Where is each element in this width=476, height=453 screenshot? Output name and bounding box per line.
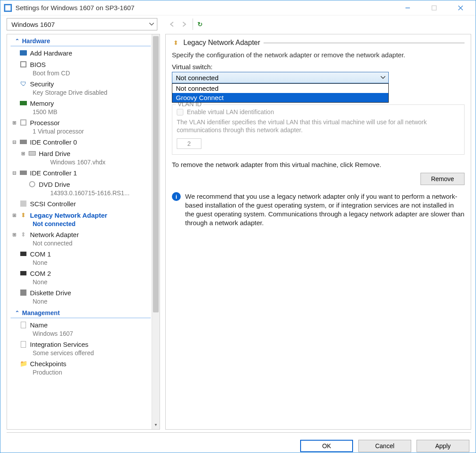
- sidebar-item-com2[interactable]: COM 2 None: [7, 267, 160, 287]
- sidebar-item-scsi[interactable]: SCSI Controller: [7, 198, 160, 209]
- collapse-icon: ⌃: [15, 38, 19, 44]
- collapse-icon[interactable]: ⊟: [11, 170, 17, 176]
- sidebar-item-memory[interactable]: Memory 1500 MB: [7, 97, 160, 117]
- vm-selector-dropdown[interactable]: Windows 1607: [7, 18, 157, 30]
- memory-icon: [20, 101, 27, 105]
- reload-button[interactable]: ↻: [193, 19, 204, 30]
- vlan-id-input[interactable]: 2: [177, 138, 201, 149]
- main-panel: ⬍ Legacy Network Adapter Specify the con…: [165, 34, 471, 430]
- sidebar-item-ide0[interactable]: ⊟IDE Controller 0: [7, 136, 160, 148]
- svg-rect-1: [432, 6, 436, 10]
- virtual-switch-dropdown-list: Not connected Groovy Connect: [172, 83, 389, 103]
- remove-button[interactable]: Remove: [420, 173, 465, 185]
- network-adapter-icon: ⬍: [19, 211, 27, 219]
- shield-icon: 🛡: [19, 80, 27, 88]
- chevron-down-icon: [380, 76, 386, 79]
- network-adapter-icon: ⬍: [19, 230, 27, 238]
- info-icon: i: [172, 192, 181, 201]
- sidebar-section-hardware[interactable]: ⌃ Hardware: [11, 36, 151, 46]
- scroll-down-icon[interactable]: ▾: [152, 422, 160, 429]
- virtual-switch-label: Virtual switch:: [172, 63, 465, 71]
- cancel-button[interactable]: Cancel: [358, 440, 411, 452]
- controller-icon: [20, 140, 27, 144]
- expand-icon[interactable]: ⊞: [11, 120, 17, 126]
- sidebar-item-diskette[interactable]: Diskette Drive None: [7, 287, 160, 306]
- diskette-icon: [20, 290, 26, 296]
- nav-back-button[interactable]: [166, 19, 178, 30]
- sidebar-item-processor[interactable]: ⊞Processor 1 Virtual processor: [7, 117, 160, 136]
- monitor-icon: [20, 50, 27, 56]
- sidebar-scrollbar[interactable]: ▴ ▾: [152, 34, 160, 429]
- collapse-icon: ⌃: [15, 310, 19, 316]
- sidebar-item-hard-drive[interactable]: ⊞Hard Drive Windows 1607.vhdx: [7, 148, 160, 167]
- vlan-group: Enable virtual LAN identification The VL…: [172, 104, 465, 155]
- collapse-icon[interactable]: ⊟: [11, 139, 17, 145]
- window-title: Settings for Windows 1607 on SP3-1607: [15, 4, 134, 11]
- document-icon: [21, 322, 26, 328]
- sidebar-item-com1[interactable]: COM 1 None: [7, 248, 160, 267]
- controller-icon: [20, 171, 27, 175]
- panel-heading: Legacy Network Adapter: [183, 39, 260, 47]
- minimize-button[interactable]: [394, 0, 421, 15]
- sidebar-item-security[interactable]: 🛡Security Key Storage Drive disabled: [7, 78, 160, 97]
- scsi-icon: [20, 201, 26, 207]
- maximize-button[interactable]: [421, 0, 447, 15]
- dialog-footer: OK Cancel Apply: [7, 432, 471, 453]
- sidebar-item-integration-services[interactable]: Integration Services Some services offer…: [7, 338, 160, 358]
- virtual-switch-value: Not connected: [176, 74, 219, 82]
- apply-button[interactable]: Apply: [416, 440, 469, 452]
- virtual-switch-dropdown[interactable]: Not connected: [172, 72, 389, 83]
- sidebar-section-management[interactable]: ⌃ Management: [11, 308, 151, 318]
- expand-icon[interactable]: ⊞: [20, 151, 26, 156]
- cpu-icon: [20, 119, 26, 126]
- info-text: We recommend that you use a legacy netwo…: [185, 192, 465, 227]
- checkpoint-icon: 📁: [19, 360, 27, 368]
- dvd-icon: [29, 181, 35, 187]
- vm-selector-value: Windows 1607: [11, 21, 55, 28]
- network-adapter-icon: ⬍: [172, 39, 180, 47]
- sidebar-item-ide1[interactable]: ⊟IDE Controller 1: [7, 167, 160, 178]
- nav-forward-button[interactable]: [178, 19, 190, 30]
- dropdown-option-groovy-connect[interactable]: Groovy Connect: [172, 93, 388, 102]
- document-icon: [21, 341, 26, 348]
- sidebar: ⌃ Hardware Add Hardware BIOS Boot from C…: [7, 34, 160, 430]
- sidebar-item-network-adapter[interactable]: ⊞⬍Network Adapter Not connected: [7, 229, 160, 248]
- chevron-down-icon: [149, 22, 154, 26]
- hard-drive-icon: [29, 151, 36, 156]
- vlan-description: The VLAN identifier specifies the virtua…: [177, 118, 460, 134]
- sidebar-item-add-hardware[interactable]: Add Hardware: [7, 47, 160, 59]
- dropdown-option-not-connected[interactable]: Not connected: [172, 84, 388, 93]
- sidebar-item-checkpoints[interactable]: 📁Checkpoints Production: [7, 358, 160, 377]
- expand-icon[interactable]: ⊞: [11, 232, 17, 238]
- expand-icon[interactable]: ⊞: [11, 212, 17, 218]
- toolbar: Windows 1607 ↻: [0, 15, 476, 34]
- com-port-icon: [20, 271, 26, 275]
- sidebar-item-bios[interactable]: BIOS Boot from CD: [7, 59, 160, 78]
- sidebar-item-dvd-drive[interactable]: DVD Drive 14393.0.160715-1616.RS1...: [7, 178, 160, 198]
- ok-button[interactable]: OK: [300, 440, 353, 452]
- enable-vlan-label: Enable virtual LAN identification: [187, 108, 274, 115]
- titlebar: Settings for Windows 1607 on SP3-1607: [0, 0, 476, 15]
- sidebar-item-legacy-network-adapter[interactable]: ⊞⬍Legacy Network Adapter Not connected: [7, 209, 160, 229]
- sidebar-item-name[interactable]: Name Windows 1607: [7, 319, 160, 338]
- app-icon: [4, 4, 12, 12]
- close-button[interactable]: [447, 0, 474, 15]
- remove-description: To remove the network adapter from this …: [172, 161, 381, 168]
- enable-vlan-checkbox[interactable]: [177, 109, 183, 115]
- panel-description: Specify the configuration of the network…: [172, 51, 465, 59]
- scrollbar-thumb[interactable]: [153, 36, 159, 312]
- com-port-icon: [20, 252, 26, 256]
- chip-icon: [20, 61, 26, 67]
